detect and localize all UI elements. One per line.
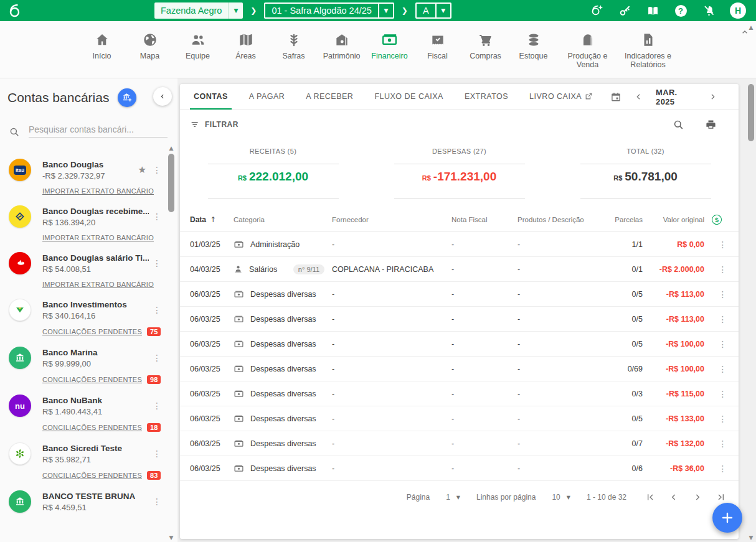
transaction-row[interactable]: 04/03/25 Salários n° 9/11 COPLACANA - PI… <box>180 257 739 282</box>
nav-item-fiscal[interactable]: Fiscal <box>418 29 457 78</box>
account-menu-button[interactable]: ⋮ <box>149 497 165 507</box>
collapse-sidebar-button[interactable] <box>153 87 172 106</box>
add-transaction-fab[interactable] <box>712 503 742 533</box>
row-menu-button[interactable]: ⋮ <box>715 364 731 374</box>
favorite-star-icon[interactable]: ★ <box>138 164 146 175</box>
account-action-link[interactable]: CONCILIAÇÕES PENDENTES <box>42 424 142 431</box>
rows-per-page-select[interactable]: 10▼ <box>552 493 570 502</box>
transaction-row[interactable]: 06/03/25 Despesas diversas - - - 0/69 -R… <box>180 357 739 381</box>
row-menu-button[interactable]: ⋮ <box>715 264 731 274</box>
account-action-link[interactable]: CONCILIAÇÕES PENDENTES <box>42 328 142 335</box>
nav-item-indicadores[interactable]: Indicadores e Relatórios <box>623 29 674 78</box>
row-menu-button[interactable]: ⋮ <box>715 339 731 349</box>
nav-item-areas[interactable]: Áreas <box>227 29 265 78</box>
aegro-add-icon[interactable] <box>590 4 603 17</box>
row-menu-button[interactable]: ⋮ <box>715 314 731 324</box>
account-action-link[interactable]: CONCILIAÇÕES PENDENTES <box>42 472 142 479</box>
column-produtos[interactable]: Produtos / Descrição <box>517 216 605 223</box>
column-valor-original[interactable]: Valor original <box>643 216 707 223</box>
nav-item-equipe[interactable]: Equipe <box>179 29 217 78</box>
account-action-link[interactable]: IMPORTAR EXTRATO BANCÁRIO <box>42 281 154 288</box>
account-menu-button[interactable]: ⋮ <box>149 258 165 268</box>
notifications-off-icon[interactable] <box>702 4 716 17</box>
column-parcelas[interactable]: Parcelas <box>605 216 643 223</box>
add-bank-account-button[interactable] <box>118 88 136 107</box>
help-icon[interactable]: ? <box>674 4 687 17</box>
tab-a-pagar[interactable]: A PAGAR <box>245 84 288 110</box>
transaction-row[interactable]: 06/03/25 Despesas diversas - - - 0/7 -R$… <box>180 431 739 456</box>
account-action-link[interactable]: CONCILIAÇÕES PENDENTES <box>42 376 142 383</box>
tab-fluxo-de-caixa[interactable]: FLUXO DE CAIXA <box>371 84 447 110</box>
scroll-up-arrow-icon[interactable]: ▲ <box>169 146 174 151</box>
tab-a-receber[interactable]: A RECEBER <box>302 84 357 110</box>
row-menu-button[interactable]: ⋮ <box>715 389 731 399</box>
farm-selector[interactable]: Fazenda Aegro ▼ <box>154 2 243 19</box>
nav-item-inicio[interactable]: Início <box>83 29 121 78</box>
column-nota-fiscal[interactable]: Nota Fiscal <box>451 216 517 223</box>
bank-account-item[interactable]: Banco Sicredi Teste R$ 35.982,71 ⋮ CONCI… <box>9 432 165 480</box>
next-page-button[interactable] <box>692 492 702 502</box>
sidebar-scrollbar-thumb[interactable] <box>168 154 174 212</box>
transaction-row[interactable]: 06/03/25 Despesas diversas - - - 0/5 -R$… <box>180 406 739 431</box>
page-scrollbar-thumb[interactable] <box>748 84 754 141</box>
account-menu-button[interactable]: ⋮ <box>149 212 165 222</box>
row-menu-button[interactable]: ⋮ <box>715 240 731 250</box>
column-fornecedor[interactable]: Fornecedor <box>332 216 451 223</box>
bank-account-item[interactable]: Banco Douglas recebime... R$ 136.394,20 … <box>9 195 165 241</box>
print-icon[interactable] <box>704 118 717 131</box>
transaction-row[interactable]: 01/03/25 Administração - - - 1/1 R$ 0,00… <box>180 232 739 257</box>
account-menu-button[interactable]: ⋮ <box>149 305 165 315</box>
bank-account-item[interactable]: Banco Douglas salário Ti... R$ 54.008,51… <box>9 241 165 288</box>
row-menu-button[interactable]: ⋮ <box>715 439 731 449</box>
previous-month-button[interactable] <box>634 92 643 101</box>
tab-contas[interactable]: CONTAS <box>190 84 232 110</box>
search-table-icon[interactable] <box>671 118 685 131</box>
scroll-down-arrow-icon[interactable]: ▼ <box>169 535 174 541</box>
bank-account-item[interactable]: Banco Investimentos R$ 340.164,16 ⋮ CONC… <box>9 288 165 336</box>
account-action-link[interactable]: IMPORTAR EXTRATO BANCÁRIO <box>42 234 154 241</box>
bank-account-item[interactable]: Itaú Banco Douglas -R$ 2.329.732,97 ★ ⋮ <box>9 148 165 195</box>
account-menu-button[interactable]: ⋮ <box>149 353 165 363</box>
tab-extratos[interactable]: EXTRATOS <box>461 84 512 110</box>
tab-livro-caixa[interactable]: LIVRO CAIXA <box>526 84 597 110</box>
user-avatar[interactable]: H <box>730 2 746 19</box>
account-menu-button[interactable]: ⋮ <box>149 165 165 175</box>
row-menu-button[interactable]: ⋮ <box>715 414 731 424</box>
sidebar-scrollbar[interactable]: ▲ ▼ <box>166 146 176 541</box>
calendar-icon[interactable] <box>610 91 621 103</box>
transaction-row[interactable]: 06/03/25 Despesas diversas - - - 0/5 -R$… <box>180 282 739 307</box>
column-data[interactable]: Data↑ <box>190 215 234 224</box>
transaction-row[interactable]: 06/03/25 Despesas diversas - - - 0/5 -R$… <box>180 332 739 357</box>
account-menu-button[interactable]: ⋮ <box>149 449 165 459</box>
bank-account-item[interactable]: BANCO TESTE BRUNA R$ 4.459,51 ⋮ <box>9 480 165 513</box>
nav-item-mapa[interactable]: Mapa <box>131 29 169 78</box>
page-select[interactable]: 1▼ <box>446 493 460 502</box>
row-menu-button[interactable]: ⋮ <box>715 464 731 474</box>
bank-account-item[interactable]: Banco Marina R$ 99.999,00 ⋮ CONCILIAÇÕES… <box>9 336 165 384</box>
nav-item-financeiro[interactable]: Financeiro <box>371 29 409 78</box>
scroll-up-arrow-icon[interactable]: ▲ <box>749 25 754 30</box>
account-group-selector[interactable]: A ▼ <box>415 2 451 19</box>
scroll-down-arrow-icon[interactable]: ▼ <box>749 535 754 541</box>
transaction-row[interactable]: 06/03/25 Despesas diversas - - - 0/6 -R$… <box>180 456 739 481</box>
nav-item-estoque[interactable]: Estoque <box>514 29 553 78</box>
account-menu-button[interactable]: ⋮ <box>149 401 165 411</box>
transaction-row[interactable]: 06/03/25 Despesas diversas - - - 0/5 -R$… <box>180 307 739 332</box>
next-month-button[interactable] <box>708 92 717 101</box>
last-page-button[interactable] <box>716 492 726 502</box>
book-icon[interactable] <box>646 4 659 17</box>
column-categoria[interactable]: Categoria <box>234 216 332 223</box>
nav-item-producao-venda[interactable]: Produção e Venda <box>562 29 613 78</box>
search-accounts-input[interactable] <box>29 122 168 138</box>
transaction-row[interactable]: 06/03/25 Despesas diversas - - - 0/3 -R$… <box>180 381 739 406</box>
nav-item-compras[interactable]: Compras <box>466 29 505 78</box>
season-selector[interactable]: 01 - Safra Algodão 24/25 ▼ <box>264 2 394 19</box>
filter-button[interactable]: FILTRAR <box>190 119 239 129</box>
key-icon[interactable] <box>618 4 631 17</box>
account-action-link[interactable]: IMPORTAR EXTRATO BANCÁRIO <box>42 187 154 195</box>
previous-page-button[interactable] <box>669 492 679 502</box>
bank-account-item[interactable]: nu Banco NuBank R$ 1.490.443,41 ⋮ CONCIL… <box>9 384 165 432</box>
nav-item-patrimonio[interactable]: Patrimônio <box>323 29 361 78</box>
nav-item-safras[interactable]: Safras <box>275 29 313 78</box>
first-page-button[interactable] <box>645 492 655 502</box>
